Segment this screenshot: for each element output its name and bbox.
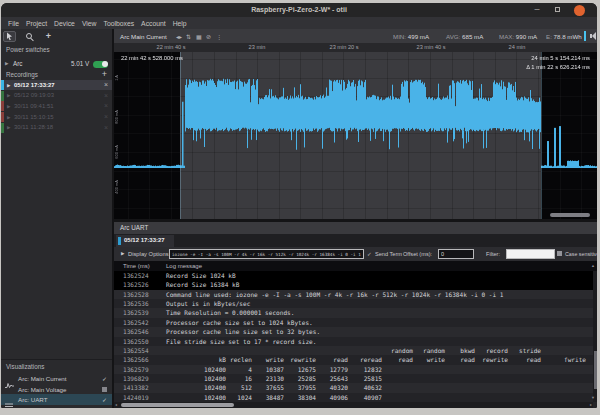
menu-file[interactable]: File	[8, 20, 19, 27]
menu-view[interactable]: View	[82, 20, 97, 27]
filter-input[interactable]	[506, 249, 555, 259]
table-row[interactable]: 1362546Processor cache line size set to …	[114, 327, 593, 336]
uart-scrollbar-thumb[interactable]	[121, 403, 234, 407]
toggle-knob	[102, 61, 108, 67]
grid-icon[interactable]: ▦	[196, 33, 202, 40]
table-row[interactable]: 1362542Processor cache size set to 1024 …	[114, 318, 593, 327]
close-recording-button[interactable]: ×	[104, 124, 108, 131]
close-recording-button[interactable]: ×	[104, 81, 108, 88]
table-row[interactable]: 1362550File stride size set to 17 * reco…	[114, 337, 593, 346]
log-table: 1362524Record Size 1024 kB1362526Record …	[114, 271, 593, 402]
arc-power-toggle[interactable]	[93, 61, 108, 68]
column-log-message[interactable]: Log message	[166, 263, 202, 269]
chart-scrollbar-thumb[interactable]	[550, 213, 590, 217]
table-row[interactable]: 1362579102400410387126751277912832	[114, 365, 593, 374]
uart-vertical-scrollbar-thumb[interactable]	[594, 351, 597, 389]
table-row[interactable]: 1424019102400102438487383044090640907	[114, 393, 593, 402]
divider	[1, 359, 112, 360]
recording-item[interactable]: ▶30/11 09:41:51×	[1, 101, 112, 111]
pan-horizontal-icon[interactable]: ◂▸	[176, 33, 182, 40]
log-col-value: read	[460, 356, 475, 363]
table-row[interactable]: 1362566kBreclenwriterewritereadrereadrea…	[114, 355, 593, 364]
scroll-up-arrow[interactable]: ▲	[591, 263, 595, 268]
scroll-down-arrow[interactable]: ▼	[591, 395, 595, 400]
recording-item[interactable]: ▶30/11 15:10:15×	[1, 112, 112, 122]
content-area: + Power switches ▶ Arc 5.01 V Recordings…	[1, 29, 597, 408]
title-bar[interactable]: Raspberry-Pi-Zero-2-W* - otii –	[1, 3, 597, 17]
log-col-value: random	[391, 347, 413, 354]
table-row[interactable]: 141338210240051237655379554032040632	[114, 383, 593, 392]
log-col-value: record	[486, 347, 508, 354]
add-recording-button[interactable]: +	[102, 69, 107, 79]
check-icon[interactable]: ✓	[102, 375, 107, 382]
filter-label: Filter:	[486, 251, 500, 257]
close-button[interactable]	[574, 5, 585, 16]
zoom-tool-button[interactable]	[22, 31, 35, 42]
close-recording-button[interactable]: ×	[104, 92, 108, 99]
recording-item[interactable]: ▶05/12 17:33:27×	[1, 80, 112, 90]
check-icon[interactable]: ✓	[102, 396, 107, 403]
recording-item[interactable]: ▶05/12 09:19:03×	[1, 91, 112, 101]
recording-item[interactable]: ▶30/11 11:28:18×	[1, 123, 112, 133]
current-waveform[interactable]	[114, 52, 597, 219]
expand-arrow-icon[interactable]: ▶	[7, 125, 10, 130]
case-sensitive-checkbox[interactable]	[557, 251, 562, 256]
recording-color-marker	[1, 123, 4, 133]
maximize-button[interactable]	[551, 3, 563, 17]
visualization-item[interactable]: Arc: UART✓	[1, 394, 112, 405]
expand-arrow-icon[interactable]: ▶	[7, 104, 10, 109]
pan-tool-button[interactable]: +	[42, 31, 55, 42]
uart-tab[interactable]: 05/12 17:33:27	[116, 235, 174, 247]
select-tool-button[interactable]	[3, 31, 16, 42]
log-time: 1362526	[123, 281, 149, 288]
expand-arrow-icon[interactable]: ▶	[5, 61, 8, 66]
log-message: Processor cache line size set to 32 byte…	[166, 328, 320, 335]
command-input[interactable]	[169, 249, 364, 259]
menu-toolboxes[interactable]: Toolboxes	[104, 20, 135, 27]
send-term-checkbox[interactable]: ✓	[367, 251, 372, 257]
fit-vertical-icon[interactable]: ⇅	[186, 33, 191, 40]
recording-color-marker	[1, 91, 4, 101]
chart-title: Arc Main Current	[120, 33, 167, 40]
power-switch-arc[interactable]: ▶ Arc 5.01 V	[1, 58, 112, 70]
recording-time: 30/11 11:28:18	[14, 124, 53, 130]
log-col-value: 40320	[330, 384, 348, 391]
table-row[interactable]: 1362554randomrandombkwdrecordstride	[114, 346, 593, 355]
disable-icon[interactable]: ⊘	[206, 33, 211, 40]
table-row[interactable]: 1362528Command line used: iozone -e -I -…	[114, 290, 593, 299]
table-row[interactable]: 1362536Output is in kBytes/sec	[114, 299, 593, 308]
close-recording-button[interactable]: ×	[104, 113, 108, 120]
square-icon[interactable]	[102, 387, 107, 392]
menu-account[interactable]: Account	[141, 20, 166, 27]
table-row[interactable]: 1362524Record Size 1024 kB	[114, 271, 593, 280]
sidebar: + Power switches ▶ Arc 5.01 V Recordings…	[1, 29, 112, 408]
table-row[interactable]: 1362539Time Resolution = 0.000001 second…	[114, 308, 593, 317]
expand-arrow-icon[interactable]: ▶	[7, 93, 10, 98]
expand-arrow-icon[interactable]: ▶	[7, 83, 10, 88]
uart-vertical-scrollbar[interactable]	[593, 271, 597, 402]
menu-device[interactable]: Device	[54, 20, 75, 27]
more-icon[interactable]: ⋮	[216, 33, 222, 40]
recording-time: 05/12 09:19:03	[14, 92, 54, 98]
scroll-left-arrow[interactable]: ◂	[115, 402, 117, 407]
chart-plot[interactable]: 22 min 42 s 528.000 ms 24 min 5 s 154.21…	[114, 52, 597, 219]
uart-horizontal-scrollbar[interactable]: ◂ ▸	[114, 402, 593, 408]
log-message: Time Resolution = 0.000001 seconds.	[166, 309, 294, 316]
speaker-icon[interactable]	[590, 32, 597, 40]
table-row[interactable]: 1362526Record Size 16384 kB	[114, 280, 593, 289]
display-options-arrow-icon[interactable]: ▶	[121, 251, 124, 256]
column-time[interactable]: Time (ms)	[123, 263, 150, 269]
log-col-value: random	[423, 347, 445, 354]
table-row[interactable]: 13968291024001623130252852564325815	[114, 374, 593, 383]
display-options-label[interactable]: Display Options	[128, 251, 169, 257]
log-col-value: 38487	[266, 394, 284, 401]
offset-input[interactable]	[438, 249, 474, 259]
menu-project[interactable]: Project	[26, 20, 47, 27]
close-recording-button[interactable]: ×	[104, 102, 108, 109]
scroll-right-arrow[interactable]: ▸	[590, 402, 592, 407]
visualization-item[interactable]: Arc: Main Current✓	[1, 373, 112, 384]
visualization-item[interactable]: Arc: Main Voltage	[1, 384, 112, 395]
minimize-button[interactable]: –	[531, 3, 543, 17]
menu-help[interactable]: Help	[173, 20, 187, 27]
expand-arrow-icon[interactable]: ▶	[7, 115, 10, 120]
